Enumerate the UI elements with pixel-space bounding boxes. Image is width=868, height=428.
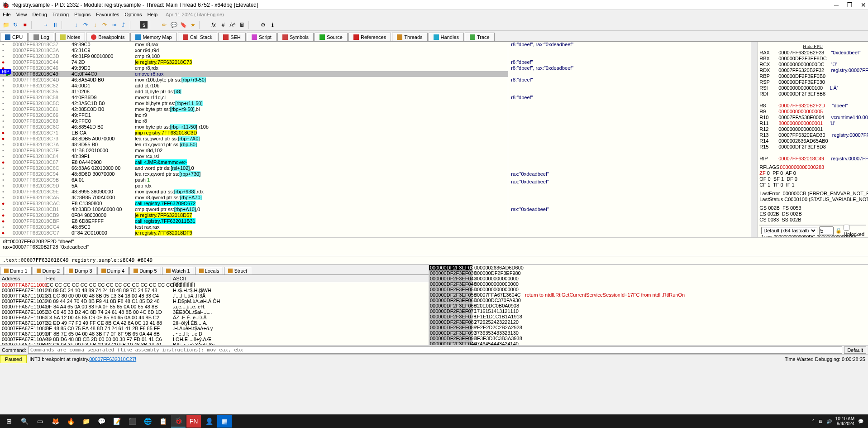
register-row[interactable] [759,97,866,103]
stack-row[interactable]: 000000DF2F3EF0983F3E3D3C3B3A3938 [429,336,868,341]
dump-header-hex[interactable]: Hex [44,275,171,282]
app6-icon[interactable]: ⬛ [125,415,139,428]
fx-icon[interactable]: fx [210,21,218,29]
app1-icon[interactable]: 🦊 [48,415,62,428]
unlocked-checkbox[interactable] [844,225,849,231]
disasm-row[interactable]: •00007FF632018C3D49:81F9 00010000cmp r9,… [0,53,508,59]
disasm-row[interactable]: •00007FF632018C3749:89C0mov r8,rax [0,42,508,48]
disasm-row[interactable]: •00007FF632018C6C46:88541D B0mov byte pt… [0,124,508,130]
dump-tab-dump-3[interactable]: Dump 3 [65,267,96,274]
disasm-row[interactable]: •00007FF632018CA54C:8B85 700A0000mov r8,… [0,195,508,201]
tab-script[interactable]: Script [247,33,277,41]
tab-symbols[interactable]: Symbols [277,33,314,41]
dump-header-ascii[interactable]: ASCII [171,275,429,282]
stack-row[interactable]: 000000DF2F3EF0408000000000000000 [429,276,868,281]
register-row[interactable]: R120000000000000001 [759,126,866,132]
register-row[interactable]: RDI000000DF2F3EF8B8 [759,91,866,97]
register-row[interactable]: RBX000000DF2F3EF8DC [759,56,866,62]
label-icon[interactable]: 🔖 [179,21,187,29]
menu-options[interactable]: Options [125,12,142,17]
dump-pane[interactable]: Dump 1Dump 2Dump 3Dump 4Dump 5Watch 1Loc… [0,265,429,345]
hash-icon[interactable]: # [219,21,227,29]
disasm-row[interactable]: •00007FF632018CCD48:89C6mov rsi,rax [0,236,508,237]
callconv-arg[interactable]: 1: rcx 00000000000000DC 00000000000000DC [761,235,864,237]
disasm-row[interactable]: •00007FF632018C5244:00D1add cl,r10b [0,83,508,89]
disasm-row[interactable]: ●00007FF632018CACE8 C1390800call registr… [0,201,508,207]
lock-icon[interactable]: 🔓 [835,228,842,234]
stack-row[interactable]: 000000DF2F3EF0A04746454443424140 [429,341,868,345]
stack-row[interactable]: 000000DF2F3EF0701716151413121110 [429,308,868,314]
disasm-row[interactable]: ●00007FF632018C4649:39D0cmp r8,rdx [0,65,508,71]
disasm-row[interactable]: •00007FF632018C5541:0208add cl,byte ptr … [0,89,508,95]
register-row[interactable]: R118000000000000001 'Ü' [759,120,866,126]
minimize-button[interactable]: ─ [834,1,839,9]
register-row[interactable]: R800007FF6320B2F2D "dbeef" [759,103,866,109]
tab-handles[interactable]: Handles [429,33,464,41]
dump-row[interactable]: 00007FFA67E1103048 89 44 24 70 4D 8B F9 … [0,298,429,304]
disasm-row[interactable]: •00007FF632018C6142:885C0D B0mov byte pt… [0,106,508,112]
disasm-row[interactable]: •00007FF632018C5C42:8A5C1D B0mov bl,byte… [0,101,508,106]
app9-icon[interactable]: 👤 [202,415,216,428]
disasm-row[interactable]: •00007FF632018C9448:8D8D 30070000lea rcx… [0,171,508,177]
command-input[interactable] [28,346,842,354]
tab-breakpoints[interactable]: Breakpoints [86,33,129,41]
tray-display-icon[interactable]: 🖥 [818,419,823,424]
dump-tab-dump-5[interactable]: Dump 5 [129,267,161,274]
comment-icon[interactable]: 💬 [170,21,178,29]
disasm-row[interactable]: •00007FF632018C8448:89F1mov rcx,rsi [0,154,508,159]
disasm-row[interactable]: •▶00007FF632018C494C:0F44C0cmove r8,rax [0,71,508,77]
dump-tab-locals[interactable]: Locals [195,267,224,274]
tab-references[interactable]: References [348,33,391,41]
run-till-ret-icon[interactable]: ⤴ [119,21,128,29]
bookmark-icon[interactable]: ★ [189,21,197,29]
stack-row[interactable]: 000000DF2F3EF0300000002636AD6D600 [429,265,868,270]
register-row[interactable]: R15000000DF2F3EF8D8 [759,144,866,150]
stack-row[interactable]: 000000DF2F3EF0903736353433323130 [429,330,868,336]
register-row[interactable]: RBP000000DF2F3EF0B0 [759,73,866,79]
app8-icon[interactable]: FN [186,415,201,428]
tab-threads[interactable]: Threads [392,33,427,41]
stack-row[interactable]: 000000DF2F3EF0500000000000000000 [429,287,868,292]
flags-row[interactable]: ZF 0 PF 0 AF 0 [759,170,866,176]
settings-icon[interactable]: ⚙ [259,21,267,29]
segment-row[interactable]: ES 002B DS 002B [759,211,866,217]
tray-chevron-icon[interactable]: ^ [812,419,815,424]
patch-icon[interactable]: ✏ [160,21,168,29]
stack-row[interactable]: 000000DF2F3EF05800007FFA67E3604Creturn t… [429,292,868,298]
dump-tab-dump-2[interactable]: Dump 2 [33,267,64,274]
tab-log[interactable]: Log [29,33,54,41]
app4-icon[interactable]: 💬 [94,415,109,428]
register-row[interactable]: RIP00007FF632018C49 registry.00007FF6320… [759,156,866,162]
app2-icon[interactable]: 🔥 [63,415,78,428]
register-pane[interactable]: Hide FPU RAX00007FF6320B2F28 "0xdeadbeef… [757,42,868,237]
app5-icon[interactable]: 📝 [110,415,124,428]
menu-debug[interactable]: Debug [32,12,47,17]
stack-row[interactable]: 000000DF2F3EF038000000DF2F3EF980 [429,270,868,276]
register-row[interactable]: RSI0000000000000100 L'Ā' [759,85,866,91]
clock[interactable]: 10:10 AM9/4/2024 [835,416,854,426]
segment-row[interactable]: CS 0033 SS 002B [759,217,866,223]
system-tray[interactable]: ^ 🖥 🔊 10:10 AM9/4/2024 💬 [812,416,866,426]
search-icon[interactable]: 🔍 [17,415,32,428]
taskview-icon[interactable]: ▭ [33,415,47,428]
segment-row[interactable]: GS 002B FS 0053 [759,205,866,211]
menu-file[interactable]: File [3,12,11,17]
hide-fpu-link[interactable]: Hide FPU [759,43,866,50]
disasm-row[interactable]: ●00007FF632018C71EB CAjmp registry.7FF63… [0,130,508,136]
app7-icon[interactable]: 📋 [156,415,170,428]
dump-row[interactable]: 00007FFA67E1107032 ED 49 F7 F0 49 FF CE … [0,320,429,326]
disasm-row[interactable]: •00007FF632018C6649:FFC1inc r9 [0,112,508,118]
register-row[interactable] [759,150,866,156]
disasm-row[interactable]: ●00007FF632018C4474 2Dje registry.7FF632… [0,59,508,65]
tray-volume-icon[interactable]: 🔊 [826,419,832,424]
disasm-row[interactable]: •00007FF632018C3A45:31C9xor r9d,r9d [0,48,508,53]
register-row[interactable]: RCX00000000000000DC 'Ü' [759,62,866,67]
dump-row[interactable]: 00007FFA67E11060C4 5A 12 00 45 85 C9 0F … [0,315,429,320]
tab-cpu[interactable]: CPU [0,33,28,41]
flags-row[interactable]: CF 1 TF 0 IF 1 [759,182,866,188]
disasm-row[interactable]: •00007FF632018C9D5Apop rdx [0,183,508,189]
menu-help[interactable]: Help [147,12,157,17]
disasm-row[interactable]: •00007FF632018C5844:0FB6D9movzx r11d,cl [0,95,508,101]
menu-plugins[interactable]: Plugins [74,12,91,17]
register-row[interactable]: RAX00007FF6320B2F28 "0xdeadbeef" [759,50,866,56]
